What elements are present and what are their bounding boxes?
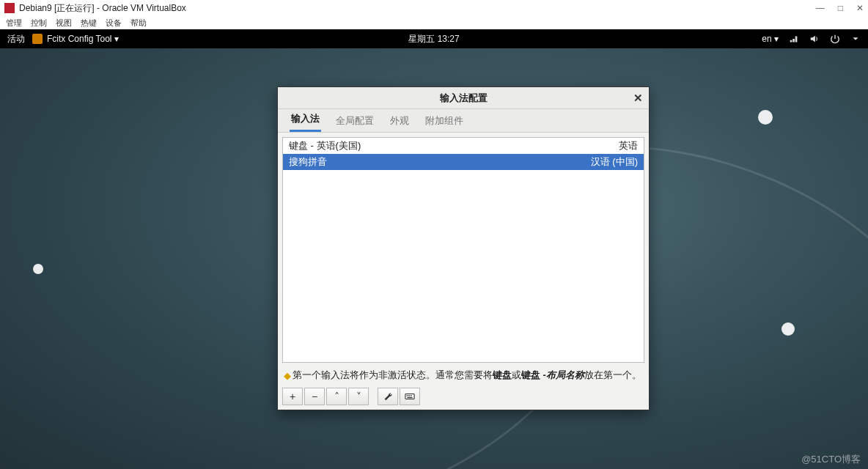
activities-button[interactable]: 活动 xyxy=(7,33,25,45)
menu-view[interactable]: 视图 xyxy=(56,18,72,29)
wallpaper-dot xyxy=(758,110,773,125)
menu-devices[interactable]: 设备 xyxy=(106,18,122,29)
power-icon[interactable] xyxy=(830,34,840,44)
im-lang: 英语 xyxy=(619,139,638,152)
im-lang: 汉语 (中国) xyxy=(591,155,638,169)
maximize-button[interactable]: □ xyxy=(838,3,843,13)
vbox-titlebar: Debian9 [正在运行] - Oracle VM VirtualBox — … xyxy=(0,0,868,16)
move-down-button[interactable]: ˅ xyxy=(348,388,369,405)
tab-addon[interactable]: 附加组件 xyxy=(424,114,465,132)
input-method-list[interactable]: 键盘 - 英语(美国) 英语 搜狗拼音 汉语 (中国) xyxy=(282,137,644,363)
hint-text: ◆ 第一个输入法将作为非激活状态。通常您需要将 键盘 或 键盘 - 布局名称 放… xyxy=(282,367,644,383)
minimize-button[interactable]: — xyxy=(816,3,825,13)
configure-button[interactable] xyxy=(378,388,398,405)
tabs-bar: 输入法 全局配置 外观 附加组件 xyxy=(278,109,649,133)
im-name: 搜狗拼音 xyxy=(289,155,327,169)
wrench-icon xyxy=(383,391,393,402)
virtualbox-logo-icon xyxy=(4,3,15,13)
list-item[interactable]: 搜狗拼音 汉语 (中国) xyxy=(283,154,644,170)
add-button[interactable]: + xyxy=(282,388,303,405)
svg-rect-1 xyxy=(407,395,408,396)
list-item[interactable]: 键盘 - 英语(美国) 英语 xyxy=(283,138,644,154)
language-indicator[interactable]: en ▾ xyxy=(762,34,779,44)
dialog-titlebar[interactable]: 输入法配置 ✕ xyxy=(278,87,649,109)
guest-desktop: 活动 Fcitx Config Tool ▾ 星期五 13:27 en ▾ 输入… xyxy=(0,29,868,469)
dialog-title: 输入法配置 xyxy=(440,92,488,105)
keyboard-icon xyxy=(405,391,415,402)
menu-hotkeys[interactable]: 热键 xyxy=(81,18,97,29)
wallpaper-dot xyxy=(33,264,43,274)
svg-rect-0 xyxy=(405,394,414,399)
sound-icon[interactable] xyxy=(809,34,820,44)
keyboard-button[interactable] xyxy=(400,388,420,405)
menu-manage[interactable]: 管理 xyxy=(6,18,22,29)
svg-rect-3 xyxy=(411,395,412,396)
menu-help[interactable]: 帮助 xyxy=(130,18,147,29)
menu-caret-icon[interactable] xyxy=(850,34,861,44)
network-icon[interactable] xyxy=(789,34,799,44)
close-button[interactable]: ✕ xyxy=(856,3,864,13)
move-up-button[interactable]: ˄ xyxy=(326,388,347,405)
clock[interactable]: 星期五 13:27 xyxy=(408,33,459,45)
im-name: 键盘 - 英语(美国) xyxy=(289,139,361,152)
tab-global-config[interactable]: 全局配置 xyxy=(334,114,375,132)
vbox-window-title: Debian9 [正在运行] - Oracle VM VirtualBox xyxy=(19,2,186,15)
svg-rect-4 xyxy=(408,397,413,398)
watermark: @51CTO博客 xyxy=(801,453,861,466)
tab-appearance[interactable]: 外观 xyxy=(389,114,411,132)
gnome-top-bar: 活动 Fcitx Config Tool ▾ 星期五 13:27 en ▾ xyxy=(0,29,868,48)
tab-input-method[interactable]: 输入法 xyxy=(290,112,321,132)
fcitx-icon xyxy=(32,34,43,44)
app-menu[interactable]: Fcitx Config Tool ▾ xyxy=(47,34,119,44)
remove-button[interactable]: − xyxy=(304,388,325,405)
dialog-close-button[interactable]: ✕ xyxy=(633,92,643,105)
svg-rect-2 xyxy=(408,395,410,396)
dialog-toolbar: + − ˄ ˅ xyxy=(282,388,644,405)
hint-icon: ◆ xyxy=(284,370,291,381)
menu-control[interactable]: 控制 xyxy=(31,18,47,29)
fcitx-config-dialog: 输入法配置 ✕ 输入法 全局配置 外观 附加组件 键盘 - 英语(美国) 英语 … xyxy=(277,86,650,410)
window-controls: — □ ✕ xyxy=(816,3,864,13)
vbox-menubar: 管理 控制 视图 热键 设备 帮助 xyxy=(0,16,868,29)
wallpaper-dot xyxy=(781,322,795,336)
